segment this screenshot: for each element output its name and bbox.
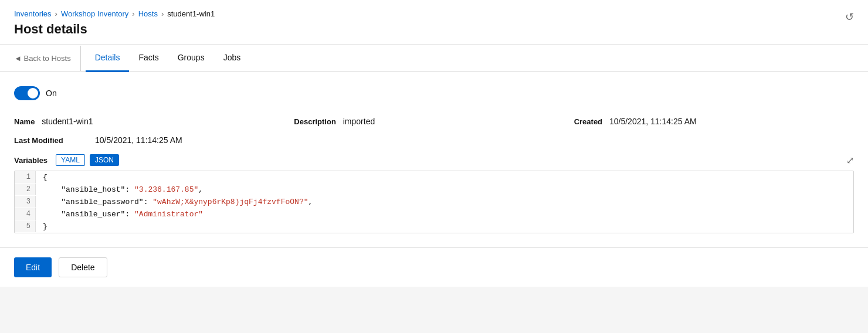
created-label: Created bbox=[574, 117, 602, 126]
tabs-bar: ◄ Back to Hosts Details Facts Groups Job… bbox=[0, 45, 868, 72]
delete-button[interactable]: Delete bbox=[59, 257, 107, 277]
last-modified-label: Last Modified bbox=[14, 136, 90, 145]
code-editor[interactable]: 1 { 2 "ansible_host": "3.236.167.85", 3 … bbox=[14, 171, 854, 233]
code-line-3: 3 "ansible_password": "wAhzW;X&ynyp6rKp8… bbox=[15, 196, 853, 208]
breadcrumb-workshop-inventory[interactable]: Workshop Inventory bbox=[61, 9, 128, 18]
history-icon[interactable]: ↺ bbox=[845, 11, 854, 23]
json-button[interactable]: JSON bbox=[90, 154, 119, 166]
fields-row-2: Last Modified 10/5/2021, 11:14:25 AM bbox=[14, 135, 854, 145]
breadcrumb-current: student1-win1 bbox=[167, 9, 215, 18]
name-value: student1-win1 bbox=[42, 117, 93, 126]
name-label: Name bbox=[14, 117, 35, 126]
back-to-hosts-link[interactable]: ◄ Back to Hosts bbox=[14, 46, 81, 71]
tab-jobs[interactable]: Jobs bbox=[214, 45, 250, 72]
description-value: imported bbox=[343, 117, 375, 126]
tab-facts[interactable]: Facts bbox=[129, 45, 168, 72]
variables-section: Variables YAML JSON ⤢ 1 { 2 "ansible_hos… bbox=[14, 154, 854, 233]
edit-button[interactable]: Edit bbox=[14, 257, 52, 277]
code-line-5: 5 } bbox=[15, 220, 853, 233]
expand-icon[interactable]: ⤢ bbox=[846, 155, 854, 166]
enabled-toggle[interactable] bbox=[14, 86, 40, 100]
fields-row-1: Name student1-win1 Description imported … bbox=[14, 117, 854, 135]
last-modified-value: 10/5/2021, 11:14:25 AM bbox=[95, 135, 182, 145]
action-bar: Edit Delete bbox=[0, 247, 868, 287]
code-line-4: 4 "ansible_user": "Administrator" bbox=[15, 208, 853, 220]
tab-details[interactable]: Details bbox=[86, 45, 130, 72]
variables-label: Variables bbox=[14, 156, 48, 165]
page-title: Host details bbox=[14, 22, 854, 37]
tab-groups[interactable]: Groups bbox=[168, 45, 214, 72]
toggle-label: On bbox=[46, 89, 57, 98]
code-line-1: 1 { bbox=[15, 171, 853, 184]
breadcrumb-hosts[interactable]: Hosts bbox=[138, 9, 158, 18]
details-body: On Name student1-win1 Description import… bbox=[0, 72, 868, 247]
code-line-2: 2 "ansible_host": "3.236.167.85", bbox=[15, 184, 853, 196]
yaml-button[interactable]: YAML bbox=[56, 154, 85, 166]
breadcrumb: Inventories › Workshop Inventory › Hosts… bbox=[14, 9, 854, 18]
breadcrumb-inventories[interactable]: Inventories bbox=[14, 9, 52, 18]
created-value: 10/5/2021, 11:14:25 AM bbox=[609, 117, 697, 126]
description-label: Description bbox=[294, 117, 336, 126]
